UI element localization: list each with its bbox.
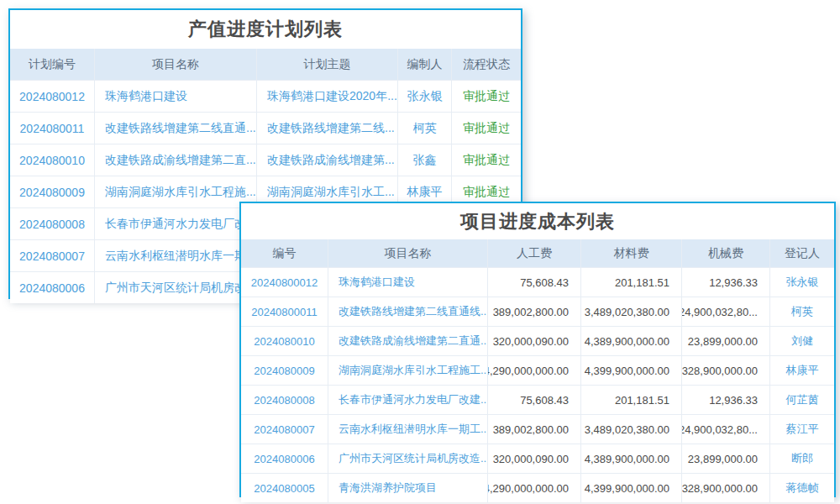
cost-labor-cell: 320,000,090.00 (487, 444, 580, 473)
cost-id-link[interactable]: 2024080008 (241, 386, 328, 414)
plan-table-row: 2024080010改建铁路成渝线增建第二直...改建铁路成渝线增建第...张鑫… (10, 144, 521, 176)
cost-project-link[interactable]: 青海洪湖养护院项目 (328, 474, 487, 502)
plan-status-badge: 审批通过 (451, 113, 521, 144)
cost-machine-cell: 24,900,032,80... (681, 415, 769, 444)
cost-material-cell: 4,389,900,000.00 (580, 327, 681, 355)
cost-id-link[interactable]: 2024080009 (241, 356, 328, 385)
cost-project-link[interactable]: 湖南洞庭湖水库引水工程施工... (328, 356, 487, 385)
cost-labor-cell: 320,000,090.00 (487, 327, 580, 355)
cost-registrant-cell: 张永银 (769, 268, 834, 297)
plan-project-link[interactable]: 湖南洞庭湖水库引水工程施... (94, 176, 256, 207)
cost-table-row: 20240800012珠海鹤港口建设75,608.43201,181.5112,… (241, 267, 834, 297)
cost-list-title: 项目进度成本列表 (241, 203, 834, 239)
plan-id-link[interactable]: 2024080008 (10, 208, 94, 239)
cost-material-cell: 3,489,020,380.00 (580, 415, 681, 444)
cost-table-row: 2024080009湖南洞庭湖水库引水工程施工...4,290,000,000.… (241, 355, 834, 385)
cost-table-row: 2024080006广州市天河区统计局机房改造...320,000,090.00… (241, 444, 834, 473)
cost-labor-cell: 75,608.43 (487, 386, 580, 414)
cost-labor-cell: 4,290,000,000.00 (487, 356, 580, 385)
cost-labor-cell: 75,608.43 (487, 268, 580, 297)
cost-header-material: 材料费 (580, 239, 681, 267)
cost-header-registrant: 登记人 (769, 239, 834, 267)
cost-machine-cell: 12,936.33 (681, 268, 769, 297)
cost-registrant-cell: 刘健 (769, 327, 834, 355)
plan-header-author: 编制人 (397, 49, 451, 80)
plan-id-link[interactable]: 2024080007 (10, 240, 94, 271)
cost-machine-cell: 328,900,000.00 (681, 356, 769, 385)
plan-id-link[interactable]: 2024080011 (10, 113, 94, 144)
cost-material-cell: 4,399,900,000.00 (580, 356, 681, 385)
cost-table-body: 20240800012珠海鹤港口建设75,608.43201,181.5112,… (241, 267, 834, 502)
cost-registrant-cell: 断郎 (769, 444, 834, 473)
cost-material-cell: 3,489,020,380.00 (580, 297, 681, 326)
cost-registrant-cell: 何芷茵 (769, 386, 834, 414)
cost-registrant-cell: 蔡江平 (769, 415, 834, 444)
cost-machine-cell: 23,899,000.00 (681, 327, 769, 355)
cost-table-row: 2024080007云南水利枢纽潜明水库一期工...389,002,800.00… (241, 414, 834, 444)
cost-labor-cell: 389,002,800.00 (487, 297, 580, 326)
cost-header-project: 项目名称 (328, 239, 487, 267)
plan-table-row: 2024080011改建铁路线增建第二线直通...改建铁路线增建第二线...柯英… (10, 112, 521, 144)
cost-labor-cell: 4,290,000,000.00 (487, 474, 580, 502)
page: { "colors": { "card_border": "#16a9e0", … (0, 0, 840, 504)
cost-id-link[interactable]: 2024080005 (241, 474, 328, 502)
plan-id-link[interactable]: 2024080009 (10, 176, 94, 207)
plan-table-row: 2024080012珠海鹤港口建设珠海鹤港口建设2020年...张永银审批通过 (10, 80, 521, 112)
plan-project-link[interactable]: 改建铁路成渝线增建第二直... (94, 144, 256, 176)
plan-header-project: 项目名称 (94, 49, 256, 80)
cost-header-machine: 机械费 (681, 239, 769, 267)
cost-registrant-cell: 柯英 (769, 297, 834, 326)
cost-material-cell: 201,181.51 (580, 268, 681, 297)
cost-material-cell: 4,399,900,000.00 (580, 474, 681, 502)
cost-machine-cell: 12,936.33 (681, 386, 769, 414)
plan-id-link[interactable]: 2024080010 (10, 144, 94, 176)
plan-author-cell: 张永银 (397, 81, 451, 112)
cost-registrant-cell: 蒋德帧 (769, 474, 834, 502)
plan-theme-link[interactable]: 改建铁路成渝线增建第... (256, 144, 397, 176)
plan-id-link[interactable]: 2024080012 (10, 81, 94, 112)
plan-status-badge: 审批通过 (451, 81, 521, 112)
plan-theme-link[interactable]: 珠海鹤港口建设2020年... (256, 81, 397, 112)
cost-table-header: 编号 项目名称 人工费 材料费 机械费 登记人 (241, 239, 834, 267)
cost-project-link[interactable]: 改建铁路线增建第二线直通线... (328, 297, 487, 326)
cost-id-link[interactable]: 2024080006 (241, 444, 328, 473)
plan-project-link[interactable]: 珠海鹤港口建设 (94, 81, 256, 112)
plan-theme-link[interactable]: 改建铁路线增建第二线... (256, 113, 397, 144)
cost-project-link[interactable]: 云南水利枢纽潜明水库一期工... (328, 415, 487, 444)
plan-author-cell: 张鑫 (397, 144, 451, 176)
plan-project-link[interactable]: 改建铁路线增建第二线直通... (94, 113, 256, 144)
plan-author-cell: 柯英 (397, 113, 451, 144)
cost-id-link[interactable]: 2024080007 (241, 415, 328, 444)
cost-machine-cell: 24,900,032,80... (681, 297, 769, 326)
cost-id-link[interactable]: 2024080010 (241, 327, 328, 355)
plan-project-link[interactable]: 广州市天河区统计局机房改... (94, 272, 256, 303)
plan-project-link[interactable]: 云南水利枢纽潜明水库一期... (94, 240, 256, 271)
cost-project-link[interactable]: 改建铁路成渝线增建第二直通... (328, 327, 487, 355)
cost-labor-cell: 389,002,800.00 (487, 415, 580, 444)
cost-table-row: 2024080008长春市伊通河水力发电厂改建...75,608.43201,1… (241, 385, 834, 414)
plan-list-title: 产值进度计划列表 (10, 10, 521, 49)
cost-header-labor: 人工费 (487, 239, 580, 267)
cost-table-row: 20240800011改建铁路线增建第二线直通线...389,002,800.0… (241, 297, 834, 326)
plan-table-header: 计划编号 项目名称 计划主题 编制人 流程状态 (10, 49, 521, 80)
cost-project-link[interactable]: 长春市伊通河水力发电厂改建... (328, 386, 487, 414)
cost-material-cell: 4,389,900,000.00 (580, 444, 681, 473)
cost-registrant-cell: 林康平 (769, 356, 834, 385)
plan-header-id: 计划编号 (10, 49, 94, 80)
plan-id-link[interactable]: 2024080006 (10, 272, 94, 303)
plan-header-status: 流程状态 (451, 49, 521, 80)
cost-id-link[interactable]: 20240800011 (241, 297, 328, 326)
cost-list-window: 项目进度成本列表 编号 项目名称 人工费 材料费 机械费 登记人 2024080… (239, 202, 836, 497)
cost-machine-cell: 23,899,000.00 (681, 444, 769, 473)
plan-header-theme: 计划主题 (256, 49, 397, 80)
cost-material-cell: 201,181.51 (580, 386, 681, 414)
plan-status-badge: 审批通过 (451, 144, 521, 176)
cost-project-link[interactable]: 广州市天河区统计局机房改造... (328, 444, 487, 473)
cost-machine-cell: 328,900,000.00 (681, 474, 769, 502)
plan-project-link[interactable]: 长春市伊通河水力发电厂改... (94, 208, 256, 239)
cost-header-id: 编号 (241, 239, 328, 267)
cost-table-row: 2024080005青海洪湖养护院项目4,290,000,000.004,399… (241, 473, 834, 502)
cost-id-link[interactable]: 20240800012 (241, 268, 328, 297)
cost-table-row: 2024080010改建铁路成渝线增建第二直通...320,000,090.00… (241, 326, 834, 355)
cost-project-link[interactable]: 珠海鹤港口建设 (328, 268, 487, 297)
